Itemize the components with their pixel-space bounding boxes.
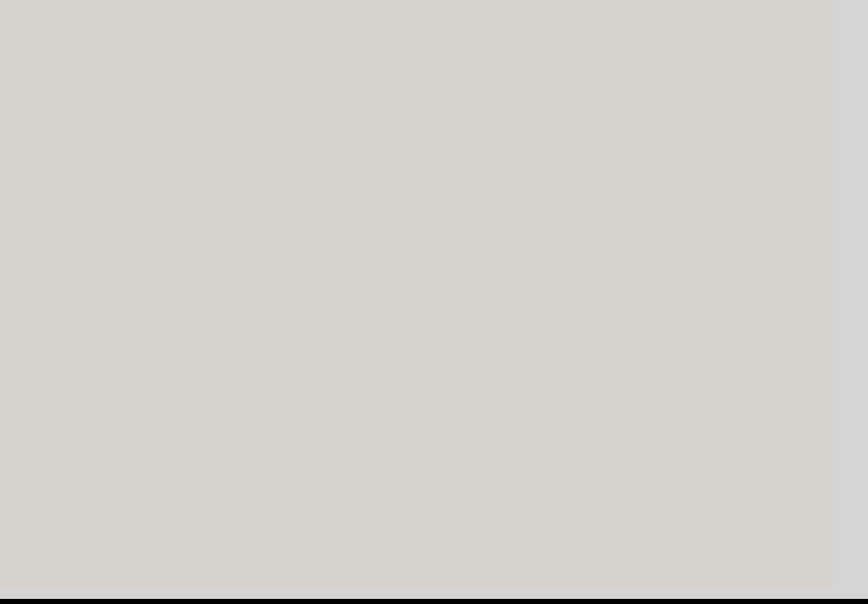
- price-chart[interactable]: [0, 0, 832, 588]
- price-axis[interactable]: [833, 0, 868, 588]
- window-bottom-edge: [0, 599, 868, 604]
- time-axis[interactable]: [0, 588, 868, 599]
- chart-plot-area[interactable]: [0, 0, 832, 588]
